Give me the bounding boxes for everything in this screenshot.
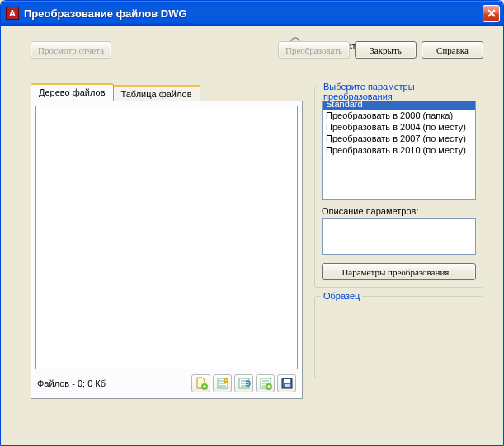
preset-option[interactable]: Преобразовать в 2007 (по месту) <box>323 133 475 144</box>
file-count-status: Файлов - 0; 0 Кб <box>37 378 189 388</box>
new-list-button[interactable] <box>213 374 232 392</box>
dialog-window: A Преобразование файлов DWG Пользователь… <box>0 0 504 446</box>
window-title: Преобразование файлов DWG <box>24 7 483 20</box>
titlebar[interactable]: A Преобразование файлов DWG <box>1 1 503 26</box>
view-report-button: Просмотр отчета <box>31 41 111 59</box>
presets-legend: Выберите параметры преобразования <box>321 82 483 101</box>
convert-button: Преобразовать <box>278 41 350 59</box>
preset-option[interactable]: Преобразовать в 2004 (по месту) <box>323 121 475 133</box>
preset-option[interactable]: Преобразовать в 2010 (по месту) <box>323 144 475 156</box>
preset-list[interactable]: Standard Преобразовать в 2000 (папка) Пр… <box>322 97 476 200</box>
description-box <box>322 218 476 255</box>
sample-legend: Образец <box>321 291 362 301</box>
presets-group: Выберите параметры преобразования Standa… <box>314 87 483 288</box>
tab-panel: Файлов - 0; 0 Кб <box>31 101 303 399</box>
description-label: Описание параметров: <box>322 206 476 216</box>
add-file-button[interactable] <box>191 374 210 392</box>
tab-file-tree[interactable]: Дерево файлов <box>31 83 114 101</box>
append-list-button[interactable] <box>256 374 275 392</box>
svg-rect-7 <box>284 379 290 383</box>
save-list-button[interactable] <box>277 374 296 392</box>
tab-file-table[interactable]: Таблица файлов <box>113 85 200 101</box>
tab-strip: Дерево файлов Таблица файлов <box>31 83 303 101</box>
sample-group: Образец <box>314 296 483 378</box>
open-list-button[interactable] <box>234 374 253 392</box>
close-icon[interactable] <box>483 5 500 22</box>
file-tree[interactable] <box>35 106 298 369</box>
close-button[interactable]: Закрыть <box>355 41 417 59</box>
preset-option[interactable]: Преобразовать в 2000 (папка) <box>323 110 475 121</box>
conversion-params-button[interactable]: Параметры преобразования... <box>322 263 476 280</box>
app-icon: A <box>6 7 19 20</box>
svg-rect-8 <box>285 384 290 387</box>
help-button[interactable]: Справка <box>422 41 483 59</box>
